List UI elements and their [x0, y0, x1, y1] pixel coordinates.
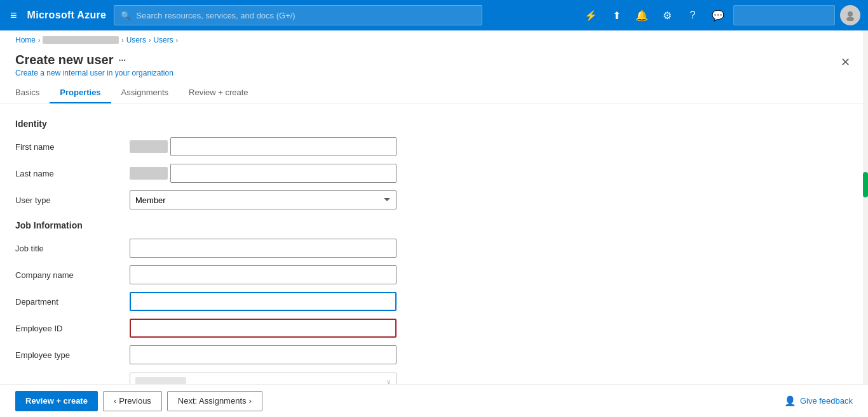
employee-id-row: Employee ID [15, 318, 853, 338]
give-feedback-label: Give feedback [800, 396, 853, 406]
user-type-label: User type [15, 195, 130, 205]
last-name-label: Last name [15, 169, 130, 178]
nav-icons-group: ⚡ ⬆ 🔔 ⚙ ? 💬 [581, 5, 860, 25]
previous-label: Previous [119, 396, 151, 406]
company-name-row: Company name [15, 265, 853, 285]
first-name-input[interactable] [170, 137, 397, 156]
employee-id-control [130, 319, 397, 338]
main-container: Home › › Users › Users › Create new user… [0, 30, 868, 417]
job-info-section-header: Job Information [15, 220, 853, 230]
previous-button[interactable]: ‹ Previous [103, 391, 162, 411]
job-title-control [130, 239, 397, 258]
hamburger-menu[interactable]: ≡ [8, 6, 20, 25]
notifications-icon[interactable]: 🔔 [632, 5, 652, 25]
department-label: Department [15, 297, 130, 307]
help-icon[interactable]: ? [682, 5, 703, 25]
global-search[interactable]: 🔍 [114, 5, 482, 25]
search-input[interactable] [136, 11, 475, 20]
department-input[interactable] [130, 292, 397, 311]
tab-basics[interactable]: Basics [15, 83, 50, 103]
page-title-area: Create new user ··· Create a new interna… [15, 53, 173, 77]
breadcrumb-users-2[interactable]: Users [153, 36, 173, 44]
tenant-search[interactable] [733, 5, 835, 25]
tab-review-create[interactable]: Review + create [179, 83, 259, 103]
employee-type-control [130, 345, 397, 364]
page-title-text: Create new user [15, 53, 114, 67]
breadcrumb: Home › › Users › Users › [0, 30, 868, 50]
job-title-row: Job title [15, 238, 853, 258]
avatar[interactable] [840, 5, 860, 25]
upload-icon[interactable]: ⬆ [606, 5, 627, 25]
search-icon: 🔍 [121, 11, 131, 20]
department-row: Department [15, 291, 853, 312]
first-name-input-wrapper [130, 137, 397, 156]
feedback-person-icon: 👤 [784, 395, 796, 407]
tab-properties[interactable]: Properties [50, 83, 111, 103]
next-assignments-label: Next: Assignments [178, 396, 247, 406]
chevron-left-icon: ‹ [114, 396, 116, 406]
page-ellipsis-menu[interactable]: ··· [119, 55, 126, 65]
employee-type-input[interactable] [130, 345, 397, 364]
last-name-blur [130, 167, 168, 180]
first-name-control [130, 137, 397, 156]
last-name-control [130, 164, 397, 183]
company-name-control [130, 265, 397, 284]
department-control [130, 292, 397, 311]
user-type-select[interactable]: Member Guest [130, 190, 397, 209]
tab-assignments[interactable]: Assignments [111, 83, 179, 103]
job-title-input[interactable] [130, 239, 397, 258]
last-name-input[interactable] [170, 164, 397, 183]
chevron-right-icon: › [249, 396, 252, 406]
bottom-bar: Review + create ‹ Previous Next: Assignm… [0, 384, 868, 417]
first-name-row: First name [15, 136, 853, 157]
employee-id-label: Employee ID [15, 324, 130, 333]
page-header: Create new user ··· Create a new interna… [0, 50, 868, 83]
user-type-control: Member Guest [130, 190, 397, 209]
top-navigation: ≡ Microsoft Azure 🔍 ⚡ ⬆ 🔔 ⚙ ? 💬 [0, 0, 868, 30]
breadcrumb-users-1[interactable]: Users [126, 36, 146, 44]
close-button[interactable]: ✕ [838, 53, 853, 72]
first-name-label: First name [15, 142, 130, 152]
employee-type-row: Employee type [15, 345, 853, 365]
content-area: Identity First name Last name U [0, 103, 868, 417]
employee-id-input[interactable] [130, 319, 397, 338]
review-create-button[interactable]: Review + create [15, 391, 98, 411]
identity-section-header: Identity [15, 119, 853, 129]
brand-logo: Microsoft Azure [27, 10, 107, 21]
company-name-label: Company name [15, 270, 130, 280]
breadcrumb-chevron-1: › [38, 37, 40, 44]
scroll-thumb[interactable] [863, 172, 868, 197]
settings-icon[interactable]: ⚙ [657, 5, 677, 25]
svg-point-0 [848, 11, 853, 17]
scrollbar[interactable] [863, 30, 868, 384]
next-assignments-button[interactable]: Next: Assignments › [167, 391, 262, 411]
page-subtitle: Create a new internal user in your organ… [15, 69, 173, 77]
company-name-input[interactable] [130, 265, 397, 284]
employee-type-label: Employee type [15, 350, 130, 360]
job-title-label: Job title [15, 244, 130, 253]
tabs-bar: Basics Properties Assignments Review + c… [0, 83, 868, 103]
first-name-blur [130, 140, 168, 153]
feedback-icon[interactable]: 💬 [708, 5, 728, 25]
cloud-shell-icon[interactable]: ⚡ [581, 5, 601, 25]
breadcrumb-chevron-4: › [176, 37, 178, 44]
svg-point-1 [846, 17, 854, 22]
give-feedback-button[interactable]: 👤 Give feedback [784, 395, 853, 407]
breadcrumb-chevron-3: › [149, 37, 151, 44]
last-name-row: Last name [15, 163, 853, 183]
breadcrumb-chevron-2: › [121, 37, 123, 44]
breadcrumb-tenant [43, 36, 119, 44]
page-title: Create new user ··· [15, 53, 173, 67]
breadcrumb-home[interactable]: Home [15, 36, 36, 44]
user-type-row: User type Member Guest [15, 190, 853, 210]
last-name-input-wrapper [130, 164, 397, 183]
